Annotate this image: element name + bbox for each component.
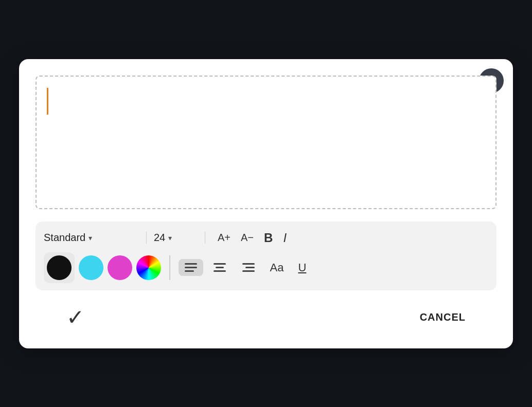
formatting-toolbar: Standard ▾ 24 ▾ A+ A− B [36, 221, 496, 290]
font-format-row: Standard ▾ 24 ▾ A+ A− B [44, 229, 488, 247]
italic-label: I [283, 231, 287, 245]
font-size-selector[interactable]: 24 ▾ [154, 232, 205, 244]
cancel-label: CANCEL [420, 311, 466, 323]
dialog-actions: ✓ CANCEL [36, 305, 496, 330]
capitalize-label: Aa [270, 261, 284, 274]
modal-overlay: Standard ▾ 24 ▾ A+ A− B [0, 0, 532, 407]
align-right-icon [242, 263, 255, 272]
color-black [47, 255, 72, 280]
decrease-font-label: A− [241, 232, 254, 244]
bold-button[interactable]: B [259, 229, 278, 247]
bold-label: B [264, 231, 273, 245]
align-right-button[interactable] [236, 259, 261, 276]
underline-button[interactable]: U [293, 259, 311, 276]
align-center-button[interactable] [207, 259, 232, 276]
capitalize-button[interactable]: Aa [265, 259, 289, 276]
color-align-row: Aa U [44, 252, 488, 283]
toolbar-divider [169, 255, 170, 280]
color-swatch-rainbow[interactable] [136, 255, 161, 280]
font-family-chevron: ▾ [88, 234, 92, 242]
align-center-icon [214, 263, 226, 272]
color-swatch-cyan[interactable] [79, 255, 103, 280]
increase-font-button[interactable]: A+ [212, 230, 236, 246]
italic-button[interactable]: I [278, 229, 292, 247]
font-size-chevron: ▾ [168, 234, 172, 242]
font-size-label: 24 [154, 232, 165, 244]
align-left-icon [185, 263, 197, 272]
font-family-label: Standard [44, 232, 85, 244]
align-left-button[interactable] [179, 259, 203, 276]
increase-font-label: A+ [218, 232, 230, 244]
underline-label: U [298, 261, 306, 274]
cancel-button[interactable]: CANCEL [420, 311, 466, 323]
color-swatch-magenta[interactable] [108, 255, 132, 280]
font-family-selector[interactable]: Standard ▾ [44, 232, 147, 244]
color-swatch-selected-black[interactable] [44, 252, 75, 283]
decrease-font-button[interactable]: A− [236, 230, 259, 246]
confirm-icon: ✓ [66, 305, 84, 329]
text-input-area[interactable] [36, 76, 496, 209]
text-cursor [47, 88, 48, 115]
confirm-button[interactable]: ✓ [66, 305, 84, 330]
modal-dialog: Standard ▾ 24 ▾ A+ A− B [19, 59, 513, 348]
